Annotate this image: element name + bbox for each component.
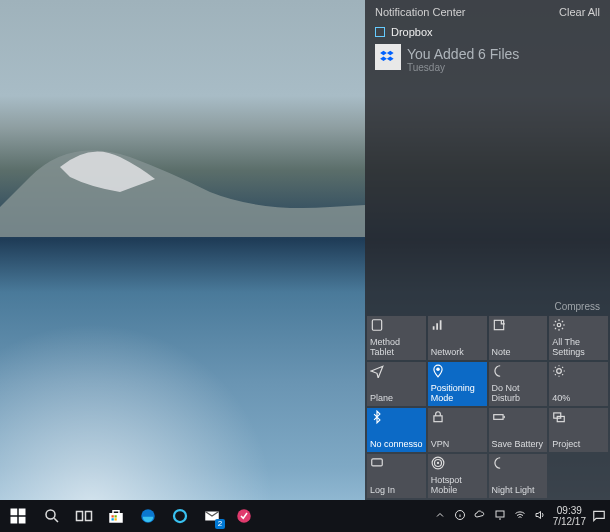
quick-action-tile[interactable]: Do Not Disturb <box>489 362 548 406</box>
svg-rect-6 <box>493 415 502 420</box>
wifi-icon <box>514 509 526 523</box>
svg-rect-31 <box>496 511 504 517</box>
volume-icon <box>534 509 546 523</box>
tile-label: Night Light <box>492 486 546 496</box>
notification-item[interactable]: You Added 6 Files Tuesday <box>365 42 610 80</box>
svg-rect-14 <box>11 509 18 516</box>
svg-rect-10 <box>372 459 383 466</box>
quick-action-tile[interactable]: Project <box>549 408 608 452</box>
tray-icon-button[interactable] <box>473 509 487 523</box>
clock-date: 7/12/17 <box>553 516 586 527</box>
clock-time: 09:39 <box>553 505 586 516</box>
quick-action-tiles: Method TabletNetworkNoteAll The Settings… <box>365 316 610 500</box>
network-tray-icon <box>494 509 506 523</box>
badge: 2 <box>215 519 225 529</box>
quick-action-tile[interactable]: Plane <box>367 362 426 406</box>
gear-icon <box>552 318 566 335</box>
quick-action-tile[interactable]: 40% <box>549 362 608 406</box>
tray-icon-button[interactable] <box>513 509 527 523</box>
svg-rect-1 <box>494 320 503 329</box>
tile-label: Project <box>552 440 606 450</box>
location-icon <box>431 364 445 381</box>
tile-label: All The Settings <box>552 338 606 358</box>
battery-icon <box>492 410 506 427</box>
network-icon <box>431 318 445 335</box>
tile-label: Log In <box>370 486 424 496</box>
tray-icon-button[interactable] <box>493 509 507 523</box>
taskbar-app-button[interactable] <box>68 500 100 532</box>
svg-point-18 <box>46 510 55 519</box>
notification-group-header[interactable]: Dropbox <box>365 22 610 42</box>
taskbar: 2 09:39 7/12/17 <box>0 500 610 532</box>
taskbar-app-button[interactable] <box>228 500 260 532</box>
svg-rect-21 <box>109 513 123 523</box>
onedrive-icon <box>474 509 486 523</box>
connect-icon <box>370 456 384 473</box>
quick-action-tile[interactable]: Save Battery <box>489 408 548 452</box>
start-button[interactable] <box>2 500 34 532</box>
quick-action-tile[interactable]: Method Tablet <box>367 316 426 360</box>
taskbar-app-button[interactable] <box>164 500 196 532</box>
quick-action-tile[interactable]: Note <box>489 316 548 360</box>
tile-label: Plane <box>370 394 424 404</box>
svg-rect-17 <box>19 517 26 524</box>
search-icon <box>43 507 61 525</box>
quick-action-tile[interactable]: Log In <box>367 454 426 498</box>
taskbar-app-button[interactable] <box>132 500 164 532</box>
svg-rect-25 <box>115 518 117 520</box>
tray-icon-button[interactable] <box>453 509 467 523</box>
tile-label: 40% <box>552 394 606 404</box>
cortana-icon <box>171 507 189 525</box>
quick-action-tile[interactable]: Positioning Mode <box>428 362 487 406</box>
svg-rect-16 <box>11 517 18 524</box>
project-icon <box>552 410 566 427</box>
start-icon <box>9 507 27 525</box>
store-icon <box>107 507 125 525</box>
notification-title: You Added 6 Files <box>407 46 600 62</box>
svg-rect-23 <box>115 515 117 517</box>
quick-action-tile[interactable]: Network <box>428 316 487 360</box>
chevron-up-icon <box>434 509 446 523</box>
dropbox-icon <box>375 44 401 70</box>
quick-action-tile[interactable]: Night Light <box>489 454 548 498</box>
clear-all-button[interactable]: Clear All <box>559 6 600 18</box>
taskbar-clock[interactable]: 09:39 7/12/17 <box>553 505 586 527</box>
nightlight-icon <box>492 456 506 473</box>
notification-center-button[interactable] <box>592 509 606 523</box>
action-center-title: Notification Center <box>375 6 466 18</box>
compress-button[interactable]: Compress <box>365 301 610 316</box>
bluetooth-icon <box>370 410 384 427</box>
app-icon <box>235 507 253 525</box>
tile-label: Hotspot Mobile <box>431 476 485 496</box>
svg-point-11 <box>437 462 439 464</box>
quick-action-tile[interactable]: All The Settings <box>549 316 608 360</box>
tile-label: Positioning Mode <box>431 384 485 404</box>
brightness-icon <box>552 364 566 381</box>
vpn-icon <box>431 410 445 427</box>
note-icon <box>492 318 506 335</box>
tile-label: Network <box>431 348 485 358</box>
svg-point-3 <box>436 368 440 372</box>
taskbar-app-button[interactable] <box>100 500 132 532</box>
quick-action-tile[interactable]: Hotspot Mobile <box>428 454 487 498</box>
tray-icon-button[interactable] <box>533 509 547 523</box>
dropbox-icon <box>375 27 385 37</box>
taskbar-app-button[interactable] <box>36 500 68 532</box>
svg-point-4 <box>557 369 562 374</box>
tile-label: Save Battery <box>492 440 546 450</box>
tile-label: Note <box>492 348 546 358</box>
taskbar-app-button[interactable]: 2 <box>196 500 228 532</box>
svg-rect-20 <box>86 512 92 521</box>
notification-icon <box>592 509 606 523</box>
svg-rect-7 <box>503 416 504 418</box>
quick-action-tile[interactable]: VPN <box>428 408 487 452</box>
svg-rect-22 <box>112 515 114 517</box>
notification-group-app-name: Dropbox <box>391 26 433 38</box>
svg-point-2 <box>558 323 562 327</box>
quick-action-tile[interactable]: No connesso <box>367 408 426 452</box>
tray-icon-button[interactable] <box>433 509 447 523</box>
tile-label: VPN <box>431 440 485 450</box>
edge-icon <box>139 507 157 525</box>
svg-point-27 <box>174 510 186 522</box>
tile-label: Method Tablet <box>370 338 424 358</box>
